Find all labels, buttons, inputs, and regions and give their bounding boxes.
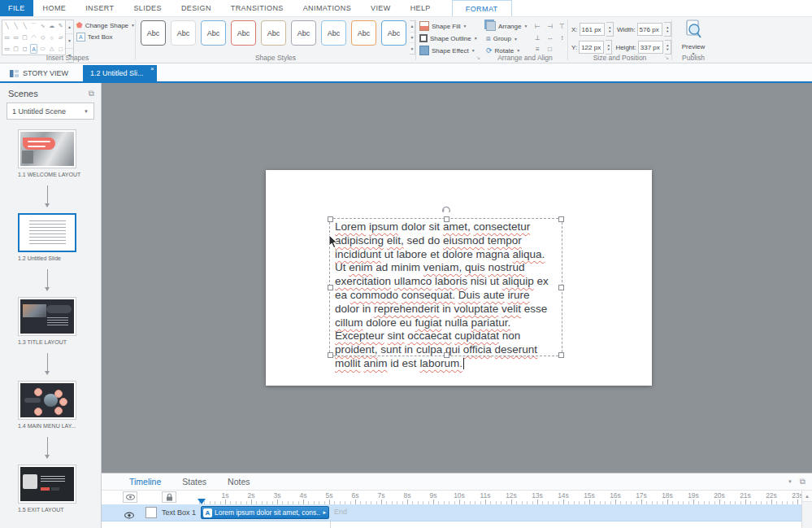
slide-surface[interactable]: Lorem ipsum dolor sit amet, consectetur … xyxy=(266,170,652,386)
shape-option[interactable]: ⌒ xyxy=(29,20,38,32)
shape-option[interactable]: □ xyxy=(56,43,65,55)
gallery-more-icon[interactable]: ▼ xyxy=(410,43,415,54)
shape-option[interactable]: ▭ xyxy=(2,43,11,55)
y-input[interactable]: 122 px xyxy=(579,41,604,54)
slide-thumbnail-item[interactable]: 1.3 TITLE LAYOUT xyxy=(18,297,76,347)
dialog-launcher-icon[interactable]: ↘ xyxy=(476,55,480,60)
scroll-up-icon[interactable]: ▲ xyxy=(66,20,73,34)
shape-option[interactable]: ✎ xyxy=(56,20,65,32)
timeline-tab-notes[interactable]: Notes xyxy=(228,477,250,487)
ribbon-tab-design[interactable]: DESIGN xyxy=(172,0,221,16)
shape-option[interactable]: ◠ xyxy=(29,32,38,43)
tab-story-view[interactable]: STORY VIEW xyxy=(0,65,78,81)
resize-handle-ne[interactable] xyxy=(558,216,564,222)
ribbon-tab-animations[interactable]: ANIMATIONS xyxy=(293,0,361,16)
panel-dock-icon[interactable]: ⧉ xyxy=(800,477,805,487)
resize-handle-n[interactable] xyxy=(444,216,449,222)
shape-option[interactable]: ◻ xyxy=(20,43,29,55)
ribbon-tab-file[interactable]: FILE xyxy=(0,0,33,16)
arrange-button[interactable]: Arrange ▼ xyxy=(486,21,528,31)
resize-handle-se[interactable] xyxy=(558,352,564,358)
align-option-icon[interactable]: ⊥ xyxy=(532,33,543,43)
shape-style-option[interactable]: Abc xyxy=(321,20,346,46)
timeline-tab-timeline[interactable]: Timeline xyxy=(129,477,161,487)
chevron-down-icon[interactable]: ▼ xyxy=(788,479,792,484)
shape-option[interactable]: △ xyxy=(47,43,56,55)
shape-option[interactable]: ╲ xyxy=(11,20,20,32)
y-stepper[interactable]: ▲▼ xyxy=(606,40,612,55)
height-stepper[interactable]: ▲▼ xyxy=(665,40,671,55)
shape-option[interactable]: ▢ xyxy=(11,43,20,55)
slide-canvas[interactable]: Lorem ipsum dolor sit amet, consectetur … xyxy=(102,83,812,473)
selected-text-box[interactable]: Lorem ipsum dolor sit amet, consectetur … xyxy=(329,218,562,356)
shape-option[interactable]: ⬭ xyxy=(38,43,47,55)
width-stepper[interactable]: ▲▼ xyxy=(664,22,671,37)
ribbon-tab-format[interactable]: FORMAT xyxy=(452,0,512,16)
slide-thumbnail-item[interactable]: 1.2 Untitled Slide xyxy=(18,213,76,263)
text-box-button[interactable]: A Text Box xyxy=(76,33,135,41)
shape-style-option[interactable]: Abc xyxy=(381,20,406,46)
resize-handle-sw[interactable] xyxy=(328,352,333,358)
slide-thumbnail[interactable] xyxy=(18,213,76,252)
shape-style-option[interactable]: Abc xyxy=(291,20,316,46)
resize-handle-e[interactable] xyxy=(558,285,564,290)
show-hide-all-button[interactable] xyxy=(123,491,137,503)
timeline-row-text-box-1[interactable]: Text Box 1 A Lorem ipsum dolor sit amet,… xyxy=(102,504,801,521)
slide-thumbnail[interactable] xyxy=(18,129,76,168)
preview-button[interactable]: Preview ▼ xyxy=(672,20,714,56)
shape-style-option[interactable]: Abc xyxy=(261,20,286,46)
align-option-icon[interactable]: ⊢ xyxy=(532,21,543,32)
row-visibility-toggle[interactable] xyxy=(124,508,134,522)
shape-option[interactable]: A xyxy=(30,44,37,54)
ribbon-tab-transitions[interactable]: TRANSITIONS xyxy=(221,0,293,16)
shape-option[interactable]: ∿ xyxy=(38,20,47,32)
scroll-down-icon[interactable]: ▼ xyxy=(66,34,73,48)
scroll-up-icon[interactable]: ▲ xyxy=(410,21,415,33)
slide-thumbnail-item[interactable]: 1.4 MAIN MENU LAY... xyxy=(18,381,76,430)
height-input[interactable]: 337 px xyxy=(638,41,663,54)
scene-selector-dropdown[interactable]: 1 Untitled Scene ▼ xyxy=(7,103,94,120)
shape-style-option[interactable]: Abc xyxy=(141,20,166,46)
shape-outline-button[interactable]: Shape Outline ▼ xyxy=(419,34,483,42)
resize-handle-nw[interactable] xyxy=(328,216,333,222)
ribbon-tab-home[interactable]: HOME xyxy=(33,0,76,16)
scroll-up-icon[interactable]: ▲ xyxy=(802,491,812,502)
shape-option[interactable]: ○ xyxy=(47,32,56,43)
resize-handle-s[interactable] xyxy=(444,352,449,358)
width-input[interactable]: 576 px xyxy=(637,23,663,36)
shape-option[interactable]: ▱ xyxy=(56,32,65,43)
change-shape-button[interactable]: ⬟ Change Shape ▼ xyxy=(76,21,135,29)
x-stepper[interactable]: ▲▼ xyxy=(606,22,614,37)
slide-thumbnail-item[interactable]: 1.1 WELCOME LAYOUT xyxy=(18,129,80,179)
align-option-icon[interactable]: ⊤ xyxy=(556,21,567,32)
timeline-vertical-scrollbar[interactable]: ▲ xyxy=(801,491,812,528)
slide-thumbnail-item[interactable]: 1.5 EXIT LAYOUT xyxy=(18,465,76,514)
x-input[interactable]: 161 px xyxy=(580,23,606,36)
shape-style-option[interactable]: Abc xyxy=(201,20,226,46)
shape-option[interactable]: ╲ xyxy=(2,20,11,32)
align-option-icon[interactable]: ↔ xyxy=(544,33,555,43)
shape-style-option[interactable]: Abc xyxy=(351,20,376,46)
shape-fill-button[interactable]: Shape Fill ▼ xyxy=(419,21,483,31)
dialog-launcher-icon[interactable]: ↘ xyxy=(665,55,669,60)
scroll-down-icon[interactable]: ▼ xyxy=(410,33,415,44)
shape-option[interactable]: ╲ xyxy=(20,20,29,32)
shape-option[interactable]: ◇ xyxy=(38,32,47,43)
shape-option[interactable]: ▢ xyxy=(20,32,29,43)
tab-slide-1-2[interactable]: 1.2 Untitled Sli... × xyxy=(83,65,157,81)
slide-thumbnail[interactable] xyxy=(18,381,76,420)
ribbon-tab-slides[interactable]: SLIDES xyxy=(124,0,171,16)
ribbon-tab-help[interactable]: HELP xyxy=(401,0,441,16)
shape-styles-scrollbar[interactable]: ▲▼▼ xyxy=(410,20,415,55)
timeline-ruler[interactable]: 1s2s3s4s5s6s7s8s9s10s11s12s13s14s15s16s1… xyxy=(199,491,801,504)
shape-option[interactable]: ▭ xyxy=(11,32,20,43)
close-icon[interactable]: × xyxy=(150,65,154,72)
resize-handle-w[interactable] xyxy=(328,285,333,290)
ribbon-tab-view[interactable]: VIEW xyxy=(361,0,401,16)
bar-expand-arrow-icon[interactable]: ▸ xyxy=(323,509,326,516)
slide-thumbnail[interactable] xyxy=(18,297,76,336)
slide-thumbnail[interactable] xyxy=(18,465,76,504)
lock-all-button[interactable] xyxy=(162,491,176,503)
shape-style-option[interactable]: Abc xyxy=(171,20,196,46)
align-option-icon[interactable]: ↕ xyxy=(556,33,567,43)
